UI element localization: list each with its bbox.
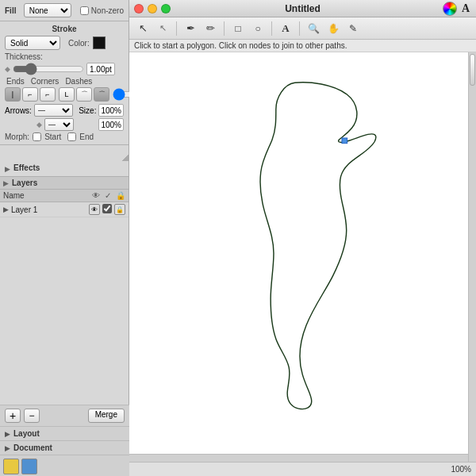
arrow-end-select[interactable]: — (44, 118, 74, 131)
node-point[interactable] (342, 138, 347, 144)
arrow-start-select[interactable]: — (34, 104, 73, 117)
layer-1-name: Layer 1 (11, 205, 86, 214)
non-zero-label: Non-zero (91, 6, 124, 15)
ends-btn-3[interactable]: ⌐ (40, 87, 56, 102)
add-layer-button[interactable]: + (5, 409, 21, 423)
tool-divider-3 (271, 21, 272, 36)
thickness-slider[interactable] (13, 64, 84, 74)
resize-handle[interactable] (122, 155, 129, 161)
document-label: Document (13, 443, 52, 452)
rectangle-tool[interactable]: □ (229, 20, 247, 37)
stroke-color-swatch[interactable] (93, 36, 106, 49)
ends-btn-1[interactable]: | (5, 87, 21, 102)
color-swatches (0, 455, 129, 476)
color-label: Color: (68, 39, 90, 48)
dashes-label: Dashes (65, 77, 92, 86)
title-bar: Untitled A (129, 0, 476, 17)
layers-title: Layers (12, 178, 37, 187)
size-label: Size: (79, 106, 96, 115)
swatch-blue[interactable] (21, 459, 37, 474)
left-panel: Fill None Non-zero Stroke Solid Color: T… (0, 0, 129, 476)
tool-divider-4 (299, 21, 300, 36)
layers-section: ▶ Layers Name 👁 ✓ 🔒 ▶ Layer 1 👁 🔒 (0, 177, 129, 217)
pointer-tool[interactable]: ↖ (134, 20, 152, 37)
paint-tool[interactable]: ✎ (344, 20, 362, 37)
fill-type-select[interactable]: None (24, 3, 71, 17)
status-bar: 100% (129, 462, 476, 476)
fill-section: Fill None Non-zero (0, 0, 129, 21)
layers-col-name: Name (3, 191, 92, 200)
stroke-type-select[interactable]: Solid (5, 36, 60, 50)
close-button[interactable] (134, 4, 144, 13)
layer-expand-icon[interactable]: ▶ (3, 205, 9, 213)
ellipse-tool[interactable]: ○ (249, 20, 267, 37)
stroke-section: Stroke Solid Color: Thickness: ◆ 1.00pt … (0, 21, 129, 145)
window-title: Untitled (285, 3, 321, 14)
morph-label: Morph: (5, 132, 29, 141)
merge-button[interactable]: Merge (88, 409, 125, 423)
minimize-button[interactable] (148, 4, 157, 13)
corners-btn-2[interactable]: ⌒ (76, 87, 92, 102)
main-window: Untitled A ↖ ↖ ✒ ✏ □ ○ A 🔍 ✋ ✎ Click to … (129, 0, 476, 476)
document-expand-icon[interactable]: ▶ (5, 444, 10, 452)
document-row: ▶ Document (0, 441, 129, 455)
bird-path (260, 83, 376, 409)
arrow2-size: 100% (98, 118, 124, 131)
text-tool[interactable]: A (277, 20, 294, 37)
title-bar-right: A (443, 2, 470, 16)
layout-label: Layout (13, 429, 40, 438)
window-buttons (134, 4, 171, 13)
scrollbar-thumb[interactable] (470, 54, 475, 86)
ends-buttons: | ⌐ ⌐ (5, 87, 56, 102)
hint-text: Click to start a polygon. Click on nodes… (134, 41, 347, 50)
layer-1-row[interactable]: ▶ Layer 1 👁 🔒 (0, 202, 129, 217)
thickness-label: Thickness: (5, 52, 124, 61)
ends-btn-2[interactable]: ⌐ (22, 87, 38, 102)
zoom-tool[interactable]: 🔍 (305, 20, 322, 37)
font-icon[interactable]: A (462, 2, 470, 15)
ends-corners-dashes-row: | ⌐ ⌐ L ⌒ ⌒ (5, 87, 124, 102)
toolbar: ↖ ↖ ✒ ✏ □ ○ A 🔍 ✋ ✎ (129, 17, 476, 40)
maximize-button[interactable] (161, 4, 171, 13)
arrows-row-2: ◆ — 100% (36, 118, 124, 131)
layer-visibility-icon[interactable]: 👁 (89, 204, 100, 215)
effects-section: ▶ Effects (0, 161, 129, 177)
corners-btn-1[interactable]: L (59, 87, 75, 102)
layout-expand-icon[interactable]: ▶ (5, 430, 10, 438)
bottom-panel: + − Merge ▶ Layout ▶ Document (0, 405, 129, 476)
canvas-area[interactable] (129, 52, 468, 462)
hand-tool[interactable]: ✋ (324, 20, 342, 37)
scrollbar-right[interactable] (468, 52, 476, 462)
lock-icon: ✓ (105, 191, 111, 200)
resize-area (0, 145, 129, 161)
pencil-tool[interactable]: ✏ (202, 20, 219, 37)
layer-1-icons: 👁 🔒 (89, 204, 125, 215)
layer-visible-checkbox[interactable] (102, 204, 112, 213)
corners-buttons: L ⌒ ⌒ (59, 87, 109, 102)
color-picker-icon[interactable] (443, 2, 457, 16)
subselect-tool[interactable]: ↖ (154, 20, 171, 37)
non-zero-checkbox[interactable] (80, 6, 89, 15)
arrows-label: Arrows: (5, 106, 32, 115)
layer-lock-icon[interactable]: 🔒 (114, 204, 125, 215)
zoom-value: 100% (451, 465, 471, 474)
layers-columns: Name 👁 ✓ 🔒 (0, 190, 129, 202)
tool-divider-2 (224, 21, 225, 36)
morph-start-checkbox[interactable] (33, 132, 41, 141)
remove-layer-button[interactable]: − (24, 409, 40, 423)
corners-label: Corners (31, 77, 60, 86)
morph-end-label: End (79, 132, 94, 141)
drawing-canvas[interactable] (129, 52, 468, 462)
morph-start-label: Start (44, 132, 61, 141)
pen-tool[interactable]: ✒ (182, 20, 199, 37)
swatch-yellow[interactable] (3, 459, 19, 474)
morph-end-checkbox[interactable] (67, 132, 76, 141)
arrow1-size: 100% (98, 104, 124, 117)
ends-label: Ends (6, 77, 25, 86)
corners-btn-3[interactable]: ⌒ (94, 87, 109, 102)
scrollbar-bottom[interactable] (129, 454, 468, 462)
effects-title: Effects (13, 163, 40, 172)
layer-toolbar: + − Merge (0, 405, 129, 427)
stroke-title: Stroke (5, 25, 124, 33)
morph-row: Morph: Start End (5, 132, 124, 141)
